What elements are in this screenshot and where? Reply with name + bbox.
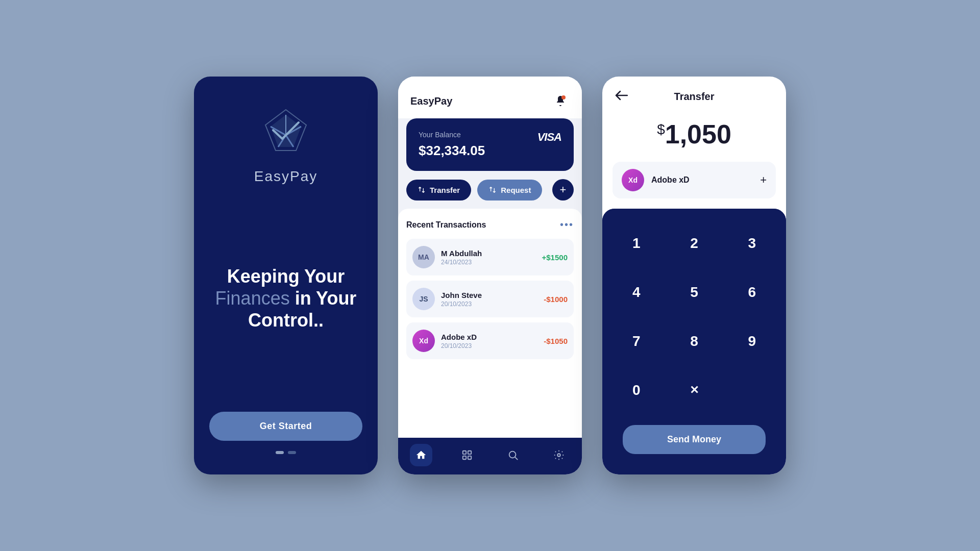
table-row[interactable]: Xd Adobe xD 20/10/2023 -$1050	[406, 322, 574, 359]
key-0[interactable]: 0	[607, 366, 665, 415]
transaction-date: 20/10/2023	[441, 300, 537, 308]
svg-rect-5	[468, 451, 471, 454]
avatar: JS	[412, 288, 435, 310]
tagline: Keeping Your Finances in Your Control..	[215, 265, 357, 332]
send-money-button[interactable]: Send Money	[623, 425, 766, 454]
transaction-info: Adobe xD 20/10/2023	[441, 333, 537, 349]
transaction-info: John Steve 20/10/2023	[441, 291, 537, 308]
balance-card: Your Balance $32,334.05 VISA	[406, 118, 574, 171]
svg-rect-4	[463, 451, 466, 454]
transfer-title: Transfer	[674, 91, 715, 103]
svg-line-9	[515, 457, 518, 460]
avatar: Xd	[412, 330, 435, 352]
tagline-line1: Keeping Your	[215, 265, 357, 287]
transfer-icon	[418, 186, 426, 194]
visa-logo: VISA	[537, 131, 561, 144]
dot-1	[276, 451, 284, 454]
key-7[interactable]: 7	[607, 317, 665, 366]
grid-icon	[461, 449, 473, 461]
dashboard-header: EasyPay	[398, 77, 582, 118]
nav-grid[interactable]	[456, 444, 478, 466]
currency-symbol: $	[657, 121, 665, 137]
key-3[interactable]: 3	[723, 219, 781, 268]
splash-logo-text: EasyPay	[254, 168, 318, 185]
tagline-in-your: in Your	[295, 288, 357, 309]
table-row[interactable]: JS John Steve 20/10/2023 -$1000	[406, 281, 574, 317]
key-2[interactable]: 2	[665, 219, 723, 268]
home-icon	[415, 449, 427, 461]
numpad: 1 2 3 4 5 6 7 8 9 0 ✕	[602, 209, 786, 420]
search-icon	[507, 449, 519, 461]
dot-2	[288, 451, 296, 454]
transaction-date: 20/10/2023	[441, 342, 537, 349]
logo-icon	[258, 107, 314, 158]
transaction-amount: +$1500	[542, 253, 568, 262]
transaction-amount: -$1050	[544, 337, 568, 345]
splash-bottom: Get Started	[209, 412, 362, 454]
avatar: MA	[412, 246, 435, 268]
transaction-name: John Steve	[441, 291, 537, 299]
logo-area: EasyPay	[254, 107, 318, 185]
transfer-header: Transfer	[602, 77, 786, 111]
nav-search[interactable]	[502, 444, 524, 466]
transaction-name: Adobe xD	[441, 333, 537, 341]
add-button[interactable]: +	[552, 179, 574, 201]
dashboard-screen: EasyPay Your Balance $32,334.05 VISA Tra…	[398, 77, 582, 474]
bottom-nav	[398, 438, 582, 474]
dashboard-title: EasyPay	[410, 95, 452, 107]
key-backspace[interactable]: ✕	[665, 366, 723, 415]
key-1[interactable]: 1	[607, 219, 665, 268]
balance-amount: $32,334.05	[419, 143, 561, 159]
transactions-section: Recent Transactions ••• MA M Abdullah 24…	[398, 209, 582, 438]
transaction-name: M Abdullah	[441, 249, 536, 258]
tagline-line3: Control..	[215, 309, 357, 331]
recipient-card[interactable]: Xd Adobe xD +	[612, 162, 776, 198]
svg-point-10	[557, 454, 560, 457]
transaction-amount: -$1000	[544, 295, 568, 304]
recipient-name: Adobe xD	[651, 176, 753, 185]
key-6[interactable]: 6	[723, 268, 781, 317]
svg-point-8	[509, 452, 516, 458]
tagline-line2: Finances in Your	[215, 287, 357, 309]
transaction-info: M Abdullah 24/10/2023	[441, 249, 536, 266]
key-8[interactable]: 8	[665, 317, 723, 366]
key-9[interactable]: 9	[723, 317, 781, 366]
action-buttons: Transfer Request +	[398, 179, 582, 209]
svg-point-3	[561, 95, 566, 99]
transfer-button[interactable]: Transfer	[406, 180, 471, 201]
svg-rect-6	[463, 456, 466, 459]
request-button[interactable]: Request	[477, 180, 542, 201]
nav-settings[interactable]	[548, 444, 570, 466]
table-row[interactable]: MA M Abdullah 24/10/2023 +$1500	[406, 239, 574, 276]
bell-icon[interactable]	[551, 92, 570, 110]
request-icon	[488, 186, 497, 194]
numpad-container: 1 2 3 4 5 6 7 8 9 0 ✕ Send Money	[602, 209, 786, 474]
tagline-finances: Finances	[215, 288, 290, 309]
get-started-button[interactable]: Get Started	[209, 412, 362, 441]
splash-screen: EasyPay Keeping Your Finances in Your Co…	[194, 77, 378, 474]
amount-value: $1,050	[657, 119, 731, 149]
send-money-container: Send Money	[602, 420, 786, 474]
transaction-date: 24/10/2023	[441, 259, 536, 266]
settings-icon	[553, 449, 565, 461]
back-button[interactable]	[615, 90, 628, 104]
transactions-header: Recent Transactions •••	[406, 219, 574, 231]
nav-home[interactable]	[410, 444, 432, 466]
transactions-title: Recent Transactions	[406, 220, 486, 230]
svg-rect-7	[468, 456, 471, 459]
transfer-screen: Transfer $1,050 Xd Adobe xD + 1 2 3 4 5 …	[602, 77, 786, 474]
key-4[interactable]: 4	[607, 268, 665, 317]
add-recipient-button[interactable]: +	[760, 173, 767, 187]
page-dots	[276, 451, 296, 454]
recipient-avatar: Xd	[622, 169, 644, 191]
transfer-amount-display: $1,050	[602, 111, 786, 162]
back-icon	[615, 90, 628, 101]
more-options-icon[interactable]: •••	[560, 219, 574, 231]
key-5[interactable]: 5	[665, 268, 723, 317]
